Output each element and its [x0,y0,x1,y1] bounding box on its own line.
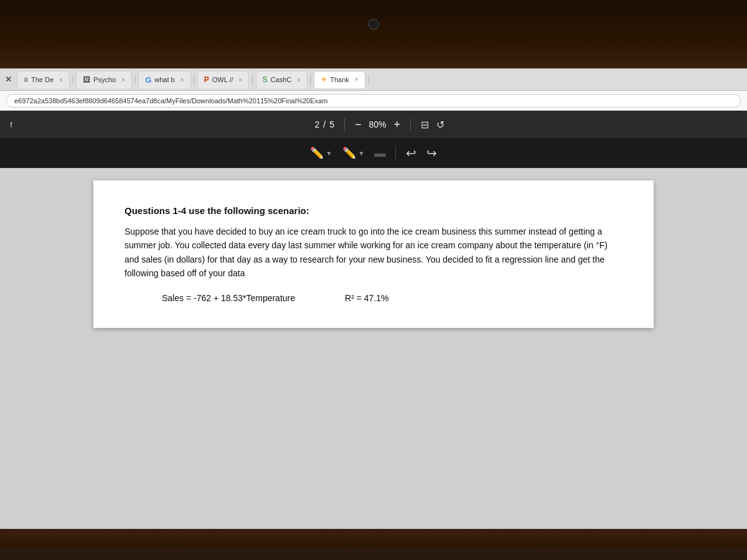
pen-icon: ✏️ [310,146,324,160]
tab-bar: ✕ ≡ The De × | 🖼 Psycho × | G what b × |… [0,68,747,91]
page-sep: / [323,119,326,129]
tab-thank[interactable]: ✳ Thank × [314,71,365,88]
pdf-toolbar: f 2 / 5 − 80% + ⊟ ↺ [0,111,747,138]
draw-divider [395,146,396,161]
pdf-content: Questions 1-4 use the following scenario… [0,168,747,529]
toolbar-divider-2 [410,118,411,131]
tab-4-close[interactable]: × [239,77,243,83]
tab-2-icon: 🖼 [83,75,90,84]
scenario-heading: Questions 1-4 use the following scenario… [125,205,622,216]
eraser-icon: ▬ [374,147,385,160]
r-squared-text: R² = 47.1% [345,293,388,303]
tab-1-label: The De [31,76,54,83]
tab-2-label: Psycho [93,76,116,83]
tab-4-icon: P [204,75,209,84]
highlighter-dropdown-arrow[interactable]: ▼ [359,150,365,157]
page-total: 5 [329,119,334,129]
highlighter-icon: ✏️ [342,146,356,160]
tab-6-icon: ✳ [321,75,327,84]
highlighter-tool[interactable]: ✏️ ▼ [342,146,365,160]
drawing-toolbar: ✏️ ▼ ✏️ ▼ ▬ ↩ ↪ [0,138,747,168]
tab-the-de[interactable]: ≡ The De × [17,71,70,88]
tab-sep-5: | [309,74,312,85]
tab-3-label: what b [154,76,174,83]
tab-6-close[interactable]: × [355,76,359,83]
url-text: e6972a2a538bd5463ef8809d646584574ea7d8ca… [14,97,327,105]
tab-what-b[interactable]: G what b × [138,71,190,88]
bezel-top [0,0,747,68]
tab-sep-2: | [134,74,136,85]
tab-owl[interactable]: P OWL // × [197,71,250,88]
pdf-page: Questions 1-4 use the following scenario… [93,180,654,328]
camera-dot [368,19,379,30]
tab-4-label: OWL // [212,76,233,83]
zoom-plus-button[interactable]: + [394,119,401,130]
rotate-icon[interactable]: ↺ [436,119,444,131]
pdf-label-left: f [10,120,12,129]
bezel-bottom [0,529,747,548]
page-current: 2 [315,119,320,129]
equation-text: Sales = -762 + 18.53*Temperature [162,293,295,303]
browser-chrome: ✕ ≡ The De × | 🖼 Psycho × | G what b × |… [0,68,747,111]
scenario-body: Suppose that you have decided to buy an … [125,225,622,281]
redo-button[interactable]: ↪ [426,146,437,161]
toolbar-divider-1 [344,118,345,131]
equation-row: Sales = -762 + 18.53*Temperature R² = 47… [125,293,622,303]
pen-dropdown-arrow[interactable]: ▼ [326,150,332,157]
zoom-level-display: 80% [369,119,387,129]
pen-tool[interactable]: ✏️ ▼ [310,146,332,160]
page-nav-icon[interactable]: ⊟ [421,119,429,131]
undo-button[interactable]: ↩ [406,146,416,161]
address-bar: e6972a2a538bd5463ef8809d646584574ea7d8ca… [0,91,747,111]
browser-close-button[interactable]: ✕ [5,75,12,84]
tab-3-icon: G [145,75,151,85]
tab-cashc[interactable]: S CashC × [256,71,308,88]
eraser-tool[interactable]: ▬ [374,147,385,160]
url-input[interactable]: e6972a2a538bd5463ef8809d646584574ea7d8ca… [6,94,741,108]
tab-sep-3: | [193,74,195,85]
tab-2-close[interactable]: × [121,77,125,83]
tab-3-close[interactable]: × [181,77,184,83]
tab-1-icon: ≡ [24,75,28,84]
tab-1-close[interactable]: × [59,77,63,83]
tab-5-close[interactable]: × [297,77,301,83]
tab-6-label: Thank [330,76,349,83]
tab-psycho[interactable]: 🖼 Psycho × [76,71,132,88]
page-info: 2 / 5 [315,119,334,129]
pdf-toolbar-center: 2 / 5 − 80% + ⊟ ↺ [315,118,445,131]
tab-sep-1: | [72,74,74,85]
tab-5-label: CashC [271,76,292,83]
tab-sep-6: | [367,74,370,85]
tab-sep-4: | [251,74,253,85]
zoom-minus-button[interactable]: − [355,119,362,130]
tab-5-icon: S [263,75,268,84]
